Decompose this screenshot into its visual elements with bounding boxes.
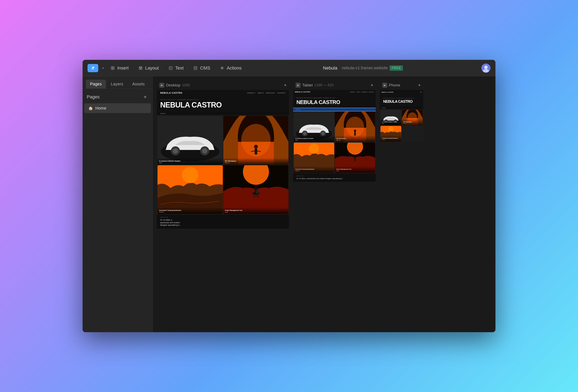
tablet-card-tag-nft: Web 3.0 [337, 139, 374, 141]
tablet-header-left: ▶ Tablet 1199 — 810 [296, 83, 333, 88]
desktop-add-button[interactable]: + [284, 83, 287, 88]
tablet-card-project[interactable]: Project Management Tool Saas [335, 143, 375, 173]
phone-card-landscape[interactable]: Investment Tracking Dashboard Finance [381, 126, 401, 141]
portfolio-card-ecommerce[interactable]: E-commerce Website Template Save [157, 116, 223, 165]
desktop-play-button[interactable]: ▶ [159, 83, 164, 88]
text-icon: T [168, 65, 174, 71]
desktop-preview: NEBULA CASTRO WORKS↗ ABOUT SERVICES CONT… [157, 90, 289, 229]
insert-button[interactable]: Insert [107, 64, 132, 73]
tab-layers[interactable]: Layers [107, 80, 127, 88]
desktop-about-text: Hi, I'm Mark, apassionate and creativede… [160, 219, 286, 226]
actions-button[interactable]: Actions [216, 64, 244, 73]
tablet-add-button[interactable]: + [371, 83, 373, 88]
svg-rect-6 [141, 68, 142, 70]
insert-icon [110, 65, 116, 71]
actions-label: Actions [227, 65, 241, 71]
tab-pages[interactable]: Pages [86, 80, 106, 88]
phone-nav: NEBULA CASTRO ≡ [380, 90, 423, 94]
svg-rect-45 [354, 158, 355, 161]
phone-hamburger-icon[interactable]: ≡ [420, 91, 422, 93]
svg-text:T: T [170, 67, 171, 69]
logo-dropdown-icon[interactable]: ▾ [102, 67, 104, 70]
card-tag-project: Saas [225, 212, 287, 213]
tablet-card-label-investment: Investment Tracking Dashboard Finance [294, 166, 334, 173]
phone-frame: NEBULA CASTRO ≡ SENIOR PRODUCT DESIGNER,… [380, 90, 423, 142]
portfolio-card-investment[interactable]: Investment Tracking Dashboard Finance [157, 165, 223, 214]
phone-card-label-investment: Investment Tracking Dashboard Finance [381, 135, 401, 141]
phone-preview: NEBULA CASTRO ≡ SENIOR PRODUCT DESIGNER,… [380, 90, 423, 142]
tablet-viewport-header: ▶ Tablet 1199 — 810 + [293, 81, 376, 90]
phone-card-ecommerce[interactable]: E-commerce Website Template Save [381, 110, 401, 125]
sidebar-item-home[interactable]: 🏠 Home [84, 103, 151, 113]
sidebar-item-home-label: Home [95, 106, 106, 111]
nav-contact: CONTACT [277, 92, 286, 94]
card-label-project: Project Management Tool Saas [223, 207, 289, 214]
portfolio-card-project[interactable]: Project Management Tool Saas [223, 165, 289, 214]
cms-button[interactable]: CMS [190, 64, 213, 73]
phone-label: Phone [389, 83, 400, 87]
phone-nav-logo: NEBULA CASTRO [382, 92, 393, 93]
framer-logo[interactable] [88, 64, 98, 72]
user-avatar[interactable] [482, 64, 490, 73]
tablet-card-tag-investment: Finance [295, 170, 333, 172]
svg-rect-4 [139, 67, 142, 67]
add-page-button[interactable]: + [142, 93, 148, 101]
pages-section-title: Pages [87, 94, 99, 100]
preview-logo: NEBULA CASTRO [160, 92, 183, 94]
desktop-viewport-col: ▶ Desktop 1200 + NEBULA CASTRO WORKS↗ A [157, 81, 289, 328]
phone-card-tag-ecommerce: Save [382, 123, 400, 124]
text-button[interactable]: T Text [165, 64, 186, 73]
desktop-portfolio-grid: E-commerce Website Template Save [157, 115, 289, 215]
svg-point-55 [388, 127, 393, 132]
tablet-play-button[interactable]: ▶ [296, 83, 300, 88]
pages-section-header: Pages + [83, 89, 152, 103]
phone-add-button[interactable]: + [418, 83, 421, 88]
tablet-label: Tablet [302, 83, 313, 87]
phone-works-bar: WORKS [380, 107, 423, 109]
tablet-card-ecommerce[interactable]: E-commerce Website Template Save [294, 112, 334, 142]
desktop-header-left: ▶ Desktop 1200 [159, 83, 190, 88]
portfolio-card-nft[interactable]: NFT Marketplace Web 3.0 [223, 116, 289, 165]
card-bg-silhouette [223, 165, 289, 214]
tablet-tagline: SENIOR PRODUCT DESIGNER, BASED IN UK. [296, 97, 372, 99]
tablet-card-tag-ecommerce: Save [295, 139, 333, 141]
main-area: Pages Layers Assets Pages + 🏠 Home ▶ Des… [83, 76, 495, 332]
svg-rect-22 [254, 149, 257, 154]
svg-rect-0 [111, 67, 113, 68]
tablet-portfolio-grid: E-commerce Website Template Save [293, 111, 376, 173]
plan-badge: FREE [389, 65, 403, 71]
cms-icon [193, 65, 198, 71]
sidebar-tabs: Pages Layers Assets [83, 76, 152, 89]
home-icon: 🏠 [88, 106, 93, 111]
tab-assets[interactable]: Assets [128, 80, 149, 88]
desktop-nav: NEBULA CASTRO WORKS↗ ABOUT SERVICES CONT… [157, 90, 289, 96]
layout-label: Layout [145, 65, 159, 71]
card-tag-ecommerce: Save [159, 162, 221, 163]
tablet-card-investment[interactable]: Investment Tracking Dashboard Finance [294, 143, 334, 173]
phone-play-button[interactable]: ▶ [382, 83, 387, 88]
desktop-hero-title: NEBULA CASTRO [160, 101, 286, 109]
svg-point-44 [354, 156, 356, 158]
phone-viewport-header: ▶ Phone + [380, 81, 423, 90]
sidebar: Pages Layers Assets Pages + 🏠 Home [83, 76, 153, 332]
card-bg-car [157, 116, 223, 165]
tablet-card-label-ecommerce: E-commerce Website Template Save [294, 135, 334, 142]
svg-rect-2 [111, 68, 113, 70]
svg-point-24 [182, 167, 198, 183]
tablet-card-nft[interactable]: NFT Marketplace Web 3.0 [335, 112, 375, 142]
desktop-tagline: SENIOR PRODUCT DESIGNER, BASED IN UK. [160, 99, 286, 100]
desktop-viewport-header: ▶ Desktop 1200 + [157, 81, 289, 90]
desktop-about: ABOUT ME Hi, I'm Mark, apassionate and c… [157, 215, 289, 229]
tablet-size: 1199 — 810 [314, 83, 334, 87]
layout-button[interactable]: Layout [135, 64, 162, 73]
svg-point-18 [202, 148, 207, 154]
svg-point-16 [173, 148, 178, 154]
phone-card-label-ecommerce: E-commerce Website Template Save [381, 119, 401, 125]
phone-header-left: ▶ Phone [382, 83, 400, 88]
tablet-about-text: Hi, I'm Mark, a passionate and creative … [296, 177, 372, 180]
tablet-card-label-nft: NFT Marketplace Web 3.0 [335, 135, 375, 142]
canvas-area[interactable]: ▶ Desktop 1200 + NEBULA CASTRO WORKS↗ A [153, 76, 495, 332]
phone-card-canyon[interactable]: NFT Marketplace Web 3.0 [402, 110, 423, 125]
insert-label: Insert [117, 65, 129, 71]
tablet-card-label-project: Project Management Tool Saas [335, 166, 375, 173]
